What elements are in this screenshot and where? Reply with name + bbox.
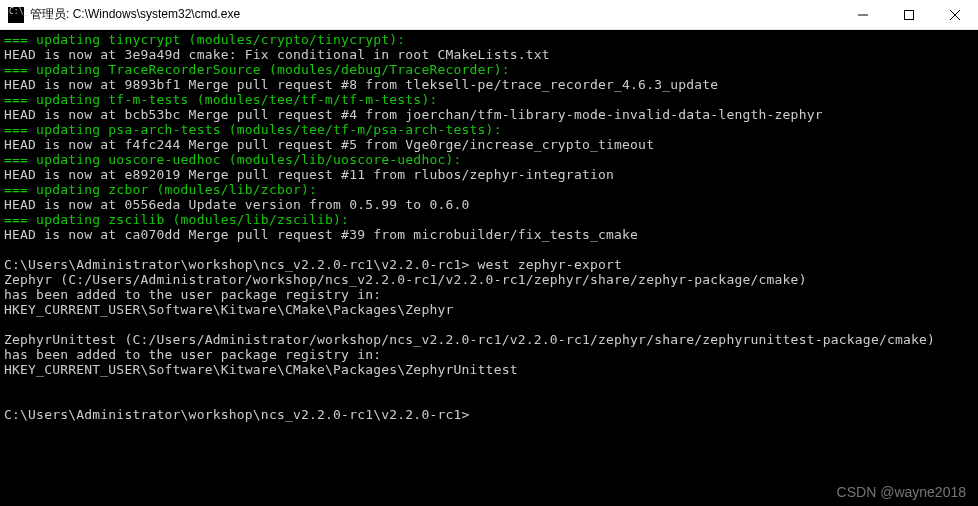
svg-rect-1 [905, 10, 914, 19]
terminal-text: HEAD is now at bcb53bc Merge pull reques… [4, 107, 823, 122]
terminal-line: HEAD is now at e892019 Merge pull reques… [4, 167, 974, 182]
terminal-line: HEAD is now at 0556eda Update version fr… [4, 197, 974, 212]
terminal-line: has been added to the user package regis… [4, 347, 974, 362]
terminal-line: Zephyr (C:/Users/Administrator/workshop/… [4, 272, 974, 287]
terminal-text: C:\Users\Administrator\workshop\ncs_v2.2… [4, 407, 470, 422]
terminal-line: HEAD is now at f4fc244 Merge pull reques… [4, 137, 974, 152]
terminal-line: === updating TraceRecorderSource (module… [4, 62, 974, 77]
terminal-line: === updating tinycrypt (modules/crypto/t… [4, 32, 974, 47]
terminal-line: === updating zcbor (modules/lib/zcbor): [4, 182, 974, 197]
terminal-text: ZephyrUnittest (C:/Users/Administrator/w… [4, 332, 935, 347]
terminal-text: HEAD is now at e892019 Merge pull reques… [4, 167, 614, 182]
watermark-text: CSDN @wayne2018 [837, 484, 966, 500]
terminal-line: HEAD is now at bcb53bc Merge pull reques… [4, 107, 974, 122]
terminal-text: HKEY_CURRENT_USER\Software\Kitware\CMake… [4, 362, 518, 377]
terminal-line [4, 317, 974, 332]
terminal-line: HKEY_CURRENT_USER\Software\Kitware\CMake… [4, 362, 974, 377]
terminal-line: C:\Users\Administrator\workshop\ncs_v2.2… [4, 257, 974, 272]
maximize-icon [904, 10, 914, 20]
terminal-text: has been added to the user package regis… [4, 287, 381, 302]
close-icon [950, 10, 960, 20]
terminal-text: HEAD is now at f4fc244 Merge pull reques… [4, 137, 654, 152]
maximize-button[interactable] [886, 0, 932, 29]
terminal-line: === updating uoscore-uedhoc (modules/lib… [4, 152, 974, 167]
terminal-text: HEAD is now at 3e9a49d cmake: Fix condit… [4, 47, 550, 62]
window-title: 管理员: C:\Windows\system32\cmd.exe [30, 6, 840, 23]
terminal-line: HEAD is now at ca070dd Merge pull reques… [4, 227, 974, 242]
terminal-line: HKEY_CURRENT_USER\Software\Kitware\CMake… [4, 302, 974, 317]
terminal-line: === updating zscilib (modules/lib/zscili… [4, 212, 974, 227]
terminal-text: === updating psa-arch-tests (modules/tee… [4, 122, 502, 137]
terminal-text: HEAD is now at 9893bf1 Merge pull reques… [4, 77, 718, 92]
terminal-line: === updating psa-arch-tests (modules/tee… [4, 122, 974, 137]
terminal-text: === updating tinycrypt (modules/crypto/t… [4, 32, 405, 47]
close-button[interactable] [932, 0, 978, 29]
window-titlebar: 管理员: C:\Windows\system32\cmd.exe [0, 0, 978, 30]
minimize-icon [858, 10, 868, 20]
window-controls [840, 0, 978, 29]
terminal-line: === updating tf-m-tests (modules/tee/tf-… [4, 92, 974, 107]
terminal-text: === updating zcbor (modules/lib/zcbor): [4, 182, 317, 197]
terminal-line: ZephyrUnittest (C:/Users/Administrator/w… [4, 332, 974, 347]
terminal-text: === updating uoscore-uedhoc (modules/lib… [4, 152, 462, 167]
terminal-text: Zephyr (C:/Users/Administrator/workshop/… [4, 272, 807, 287]
cmd-icon [8, 7, 24, 23]
terminal-text: C:\Users\Administrator\workshop\ncs_v2.2… [4, 257, 622, 272]
terminal-text: HEAD is now at ca070dd Merge pull reques… [4, 227, 638, 242]
terminal-line [4, 392, 974, 407]
terminal-line: HEAD is now at 3e9a49d cmake: Fix condit… [4, 47, 974, 62]
terminal-text: === updating TraceRecorderSource (module… [4, 62, 510, 77]
terminal-line [4, 377, 974, 392]
terminal-text: === updating tf-m-tests (modules/tee/tf-… [4, 92, 437, 107]
terminal-text: HKEY_CURRENT_USER\Software\Kitware\CMake… [4, 302, 454, 317]
terminal-line: C:\Users\Administrator\workshop\ncs_v2.2… [4, 407, 974, 422]
terminal-line: HEAD is now at 9893bf1 Merge pull reques… [4, 77, 974, 92]
terminal-output[interactable]: === updating tinycrypt (modules/crypto/t… [0, 30, 978, 424]
terminal-text: HEAD is now at 0556eda Update version fr… [4, 197, 470, 212]
minimize-button[interactable] [840, 0, 886, 29]
terminal-text: === updating zscilib (modules/lib/zscili… [4, 212, 349, 227]
terminal-text: has been added to the user package regis… [4, 347, 381, 362]
terminal-line: has been added to the user package regis… [4, 287, 974, 302]
terminal-line [4, 242, 974, 257]
